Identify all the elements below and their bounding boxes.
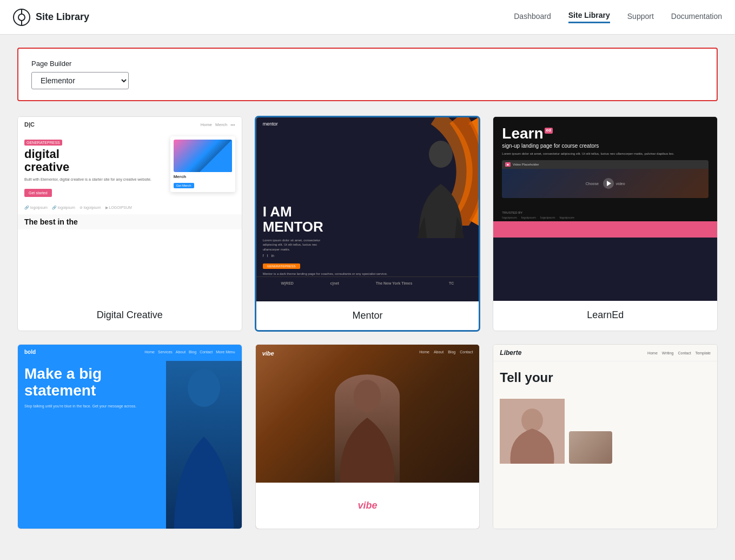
bold-nav-logo: bold bbox=[24, 349, 36, 355]
svg-point-5 bbox=[188, 369, 220, 407]
mentor-body-text: Lorem ipsum dolor sit amet, consectetur … bbox=[256, 238, 332, 252]
vibe-nav-contact: Contact bbox=[460, 350, 473, 354]
learned-vp-main: Choose video bbox=[502, 169, 708, 198]
dc-subtext: Built with Elementor, digital creative i… bbox=[24, 177, 166, 182]
page-builder-select[interactable]: Elementor Gutenberg Beaver Builder Divi bbox=[31, 72, 129, 89]
dc-cta-btn[interactable]: Get started bbox=[24, 189, 52, 197]
nav-item-support[interactable]: Support bbox=[627, 12, 654, 23]
dc-logo-4: ▶ LOGOIPSUM bbox=[105, 206, 132, 210]
main-content: Page Builder Elementor Gutenberg Beaver … bbox=[0, 35, 735, 542]
liberte-hero: Tell your bbox=[493, 361, 717, 394]
card-liberte[interactable]: Liberte Home Writing Contact Template Te… bbox=[493, 344, 718, 529]
learned-title-main: Learn bbox=[502, 126, 543, 142]
card-preview-mentor: mentor ✕ I AMMENTOR bbox=[256, 117, 479, 301]
liberte-nav-template: Template bbox=[696, 351, 711, 355]
liberte-nav: Home Writing Contact Template bbox=[647, 351, 711, 355]
bold-nav-links: Home Services About Blog Contact More Me… bbox=[144, 350, 235, 354]
card-digital-creative[interactable]: D|C Home Merch ••• GENERATEPRESS digital… bbox=[17, 116, 242, 331]
mentor-logo-wired: W|RED bbox=[281, 281, 294, 285]
dc-nav: Home Merch ••• bbox=[201, 122, 235, 127]
card-vibe[interactable]: vibe Home About Blog Contact bbox=[255, 344, 480, 529]
main-nav: Dashboard Site Library Support Documenta… bbox=[514, 11, 722, 23]
mentor-text-block: I AMMENTOR bbox=[263, 204, 323, 238]
bold-nav-home: Home bbox=[144, 350, 155, 354]
liberte-nav-contact: Contact bbox=[678, 351, 691, 355]
nav-item-site-library[interactable]: Site Library bbox=[568, 11, 610, 23]
header: Site Library Dashboard Site Library Supp… bbox=[0, 0, 735, 35]
dc-headline: digitalcreative bbox=[24, 148, 166, 174]
trusted-logo-4: logoipsum bbox=[559, 216, 574, 219]
preview-learned: Learn ed sign-up landing page for course… bbox=[493, 117, 717, 301]
trusted-logo-1: logoipsum bbox=[502, 216, 517, 219]
app-logo-icon bbox=[13, 9, 30, 26]
mentor-social-links: f t in bbox=[256, 252, 479, 260]
learned-play-btn[interactable] bbox=[603, 178, 614, 189]
vibe-logo: vibe bbox=[262, 350, 274, 357]
dc-logo-3: ⊘ logoipsum bbox=[80, 206, 101, 210]
learned-video-placeholder: ■ Video Placeholder Choose video bbox=[502, 160, 708, 198]
learned-vp-label: Video Placeholder bbox=[513, 163, 539, 166]
dc-merch-title: Merch bbox=[174, 174, 232, 179]
vibe-nav-about: About bbox=[434, 350, 443, 354]
mentor-logo-text: mentor bbox=[263, 121, 278, 127]
liberte-photo-svg bbox=[500, 399, 565, 464]
liberte-img-1 bbox=[500, 399, 565, 464]
trusted-logo-2: logoipsum bbox=[521, 216, 536, 219]
dc-hero: GENERATEPRESS digitalcreative Built with… bbox=[18, 132, 242, 201]
preview-mentor: mentor ✕ I AMMENTOR bbox=[256, 117, 479, 301]
dc-logos: 🔗 logoipsum 🔗 logoipsum ⊘ logoipsum ▶ LO… bbox=[18, 201, 242, 214]
card-title-mentor: Mentor bbox=[256, 301, 479, 330]
dc-hero-right: Merch Get Merch bbox=[170, 136, 235, 197]
dc-about: The best in the bbox=[18, 214, 242, 229]
card-mentor[interactable]: mentor ✕ I AMMENTOR bbox=[255, 116, 480, 331]
learned-vp-video-text: video bbox=[616, 182, 625, 186]
trusted-logo-3: logoipsum bbox=[540, 216, 555, 219]
dc-logo-1: 🔗 logoipsum bbox=[24, 206, 48, 210]
bold-person-silhouette bbox=[166, 361, 242, 529]
mentor-person-svg bbox=[414, 135, 468, 238]
learned-superscript: ed bbox=[545, 128, 553, 134]
bold-nav-contact: Contact bbox=[200, 350, 213, 354]
mentor-social-in: in bbox=[272, 254, 274, 258]
liberte-img-2 bbox=[569, 431, 612, 464]
learned-vp-icon: ■ bbox=[505, 162, 511, 167]
svg-point-4 bbox=[429, 141, 453, 168]
mentor-desc-text: Mentor is a dark theme landing page for … bbox=[256, 271, 479, 276]
learned-title-line: Learn ed bbox=[502, 126, 708, 142]
bold-nav-more: More Menu bbox=[216, 350, 235, 354]
learned-trusted-label: TRUSTED BY bbox=[502, 211, 708, 214]
dc-hero-left: GENERATEPRESS digitalcreative Built with… bbox=[24, 136, 166, 197]
preview-bold: bold Home Services About Blog Contact Mo… bbox=[18, 345, 242, 529]
nav-item-documentation[interactable]: Documentation bbox=[671, 12, 722, 23]
dc-nav-merch: Merch bbox=[215, 122, 227, 127]
learned-vp-choose: Choose bbox=[586, 182, 599, 186]
mentor-logo-tc: TC bbox=[449, 281, 454, 285]
card-preview-learned: Learn ed sign-up landing page for course… bbox=[493, 117, 717, 301]
learned-body-text: Lorem ipsum dolor sit amet, consectetur … bbox=[502, 151, 708, 156]
dc-merch-img bbox=[174, 140, 232, 172]
learned-subtitle: sign-up landing page for course creators bbox=[502, 142, 708, 149]
card-preview-vibe: vibe Home About Blog Contact bbox=[256, 345, 480, 529]
learned-pink-bar bbox=[493, 221, 717, 238]
learned-vp-top: ■ Video Placeholder bbox=[502, 160, 708, 169]
liberte-logo: Liberte bbox=[500, 349, 521, 357]
vibe-nav-blog: Blog bbox=[448, 350, 455, 354]
mentor-gp-badge: GENERATEPRESS bbox=[263, 263, 300, 269]
vibe-nav: Home About Blog Contact bbox=[419, 350, 473, 354]
dc-header: D|C Home Merch ••• bbox=[18, 117, 242, 132]
card-learned[interactable]: Learn ed sign-up landing page for course… bbox=[493, 116, 718, 331]
bold-person-svg bbox=[166, 361, 242, 529]
dc-logo: D|C bbox=[24, 121, 35, 128]
card-preview-digital-creative: D|C Home Merch ••• GENERATEPRESS digital… bbox=[18, 117, 242, 301]
learned-trusted-logos: logoipsum logoipsum logoipsum logoipsum bbox=[502, 216, 708, 219]
liberte-img-area bbox=[493, 394, 717, 468]
mentor-social-f: f bbox=[263, 254, 264, 258]
mentor-hero: I AMMENTOR bbox=[256, 130, 479, 238]
card-bold[interactable]: bold Home Services About Blog Contact Mo… bbox=[17, 344, 242, 529]
liberte-nav-home: Home bbox=[647, 351, 658, 355]
learned-trusted-section: TRUSTED BY logoipsum logoipsum logoipsum… bbox=[493, 209, 717, 221]
dc-logo-2: 🔗 logoipsum bbox=[52, 206, 75, 210]
nav-item-dashboard[interactable]: Dashboard bbox=[514, 12, 551, 23]
vibe-person-silhouette bbox=[335, 374, 400, 483]
dc-merch-btn[interactable]: Get Merch bbox=[174, 183, 194, 188]
